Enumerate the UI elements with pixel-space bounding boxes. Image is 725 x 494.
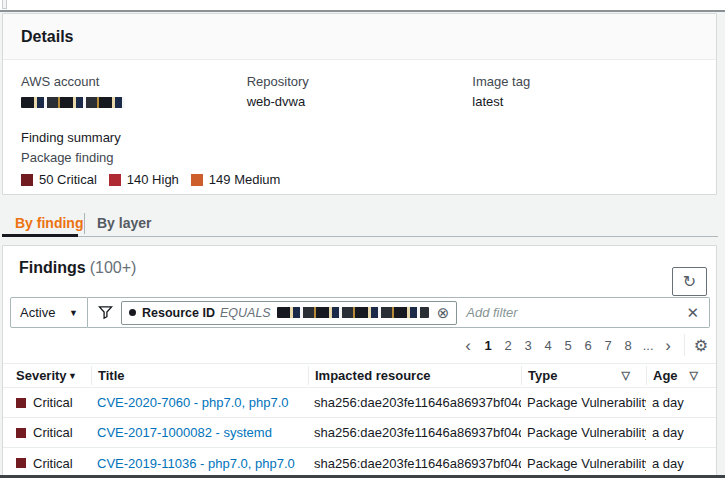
impacted-resource-cell: sha256:dae203fe11646a86937bf04db... bbox=[308, 425, 521, 440]
table-row: Critical CVE-2020-7060 - php7.0, php7.0 … bbox=[3, 388, 716, 418]
details-body: AWS account Repository web-dvwa Image ta… bbox=[3, 60, 716, 187]
type-cell: Package Vulnerability bbox=[521, 395, 646, 410]
table-row: Critical CVE-2019-11036 - php7.0, php7.0… bbox=[3, 448, 716, 478]
pager-divider bbox=[684, 334, 685, 356]
type-cell: Package Vulnerability bbox=[521, 456, 646, 471]
critical-count-label: 50 Critical bbox=[39, 172, 97, 187]
details-card-header: Details bbox=[3, 14, 716, 60]
findings-table: Severity ▼ Title Impacted resource Type … bbox=[3, 363, 716, 478]
page-button-4[interactable]: 4 bbox=[543, 338, 554, 353]
type-column-header[interactable]: Type ▽ bbox=[521, 366, 646, 385]
tab-divider bbox=[84, 213, 85, 234]
page-button-8[interactable]: 8 bbox=[623, 338, 634, 353]
findings-title-row: Findings(100+) bbox=[19, 259, 136, 277]
age-cell: a day bbox=[646, 456, 704, 471]
findings-title: Findings bbox=[19, 259, 86, 276]
severity-column-header[interactable]: Severity ▼ bbox=[3, 366, 91, 385]
severity-label: Critical bbox=[33, 425, 73, 440]
add-filter-placeholder: Add filter bbox=[466, 305, 517, 320]
repository-value: web-dvwa bbox=[247, 94, 473, 109]
page-button-3[interactable]: 3 bbox=[523, 338, 534, 353]
next-page-button[interactable]: › bbox=[663, 339, 674, 352]
gear-icon[interactable]: ⚙ bbox=[694, 336, 708, 355]
prev-page-button[interactable]: ‹ bbox=[463, 339, 474, 352]
aws-account-redacted-value bbox=[21, 97, 125, 108]
age-column-header[interactable]: Age ▽ bbox=[646, 366, 704, 385]
critical-severity-icon bbox=[16, 398, 26, 408]
cve-link[interactable]: CVE-2020-7060 - php7.0, php7.0 bbox=[97, 395, 289, 410]
window-edge-artifact bbox=[2, 0, 7, 9]
critical-severity-icon bbox=[16, 458, 26, 468]
page-button-6[interactable]: 6 bbox=[583, 338, 594, 353]
image-tag-label: Image tag bbox=[472, 74, 698, 89]
tab-by-finding[interactable]: By finding bbox=[15, 215, 83, 231]
sort-descending-icon[interactable]: ▼ bbox=[68, 371, 77, 381]
aws-account-label: AWS account bbox=[21, 74, 247, 89]
chevron-down-icon: ▼ bbox=[69, 308, 78, 318]
chip-operator: EQUALS bbox=[220, 306, 271, 320]
title-cell: CVE-2020-7060 - php7.0, php7.0 bbox=[91, 395, 308, 410]
title-cell: CVE-2017-1000082 - systemd bbox=[91, 425, 308, 440]
findings-view-tabs: By finding By layer bbox=[0, 210, 725, 240]
legend-item-critical: 50 Critical bbox=[21, 172, 97, 187]
field-repository: Repository web-dvwa bbox=[247, 74, 473, 112]
findings-card: Findings(100+) ↻ Active ▼ Resource ID EQ… bbox=[2, 245, 717, 477]
critical-severity-swatch bbox=[21, 174, 33, 186]
legend-item-high: 140 High bbox=[109, 172, 179, 187]
filter-funnel-icon bbox=[98, 305, 113, 320]
details-title: Details bbox=[21, 28, 73, 46]
pagination: ‹ 1 2 3 4 5 6 7 8 ... › ⚙ bbox=[454, 334, 708, 356]
page-button-1[interactable]: 1 bbox=[483, 338, 494, 353]
repository-label: Repository bbox=[247, 74, 473, 89]
impacted-resource-cell: sha256:dae203fe11646a86937bf04db... bbox=[308, 395, 521, 410]
severity-cell: Critical bbox=[3, 456, 91, 471]
type-header-label: Type bbox=[528, 368, 557, 383]
medium-count-label: 149 Medium bbox=[209, 172, 281, 187]
title-column-header[interactable]: Title bbox=[91, 366, 308, 385]
findings-count: (100+) bbox=[90, 259, 137, 276]
critical-severity-icon bbox=[16, 428, 26, 438]
age-filter-icon[interactable]: ▽ bbox=[690, 369, 698, 382]
tab-by-layer[interactable]: By layer bbox=[97, 215, 151, 231]
page-ellipsis: ... bbox=[643, 338, 654, 353]
cve-link[interactable]: CVE-2017-1000082 - systemd bbox=[97, 425, 272, 440]
type-filter-icon[interactable]: ▽ bbox=[622, 369, 630, 382]
age-cell: a day bbox=[646, 425, 704, 440]
age-header-label: Age bbox=[653, 368, 678, 383]
refresh-button[interactable]: ↻ bbox=[672, 267, 707, 296]
details-fields-row: AWS account Repository web-dvwa Image ta… bbox=[21, 74, 698, 112]
severity-header-label: Severity bbox=[16, 368, 67, 383]
impacted-resource-cell: sha256:dae203fe11646a86937bf04db... bbox=[308, 456, 521, 471]
package-finding-label: Package finding bbox=[21, 150, 698, 165]
finding-summary-label: Finding summary bbox=[21, 130, 698, 145]
resource-id-filter-chip[interactable]: Resource ID EQUALS ⊗ bbox=[121, 301, 457, 325]
refresh-icon: ↻ bbox=[683, 272, 696, 291]
table-row: Critical CVE-2017-1000082 - systemd sha2… bbox=[3, 418, 716, 448]
cve-link[interactable]: CVE-2019-11036 - php7.0, php7.0 bbox=[97, 456, 295, 471]
type-cell: Package Vulnerability bbox=[521, 425, 646, 440]
status-filter-dropdown[interactable]: Active ▼ bbox=[10, 297, 88, 328]
field-aws-account: AWS account bbox=[21, 74, 247, 112]
image-tag-value: latest bbox=[472, 94, 698, 109]
chip-remove-icon[interactable]: ⊗ bbox=[437, 305, 450, 320]
impacted-resource-column-header[interactable]: Impacted resource bbox=[308, 366, 521, 385]
filter-search-input[interactable]: Resource ID EQUALS ⊗ Add filter ✕ bbox=[88, 297, 710, 328]
filter-bar: Active ▼ Resource ID EQUALS ⊗ Add filter… bbox=[10, 297, 710, 328]
page-button-2[interactable]: 2 bbox=[503, 338, 514, 353]
field-image-tag: Image tag latest bbox=[472, 74, 698, 112]
severity-legend: 50 Critical 140 High 149 Medium bbox=[21, 172, 698, 187]
severity-cell: Critical bbox=[3, 425, 91, 440]
tabs-baseline bbox=[2, 236, 718, 237]
title-cell: CVE-2019-11036 - php7.0, php7.0 bbox=[91, 456, 308, 471]
page-button-7[interactable]: 7 bbox=[603, 338, 614, 353]
clear-filters-icon[interactable]: ✕ bbox=[686, 304, 699, 322]
active-tab-underline bbox=[2, 234, 78, 237]
details-card: Details AWS account Repository web-dvwa … bbox=[2, 13, 717, 195]
title-header-label: Title bbox=[98, 368, 125, 383]
bottom-crop-rule bbox=[0, 475, 725, 478]
table-header-row: Severity ▼ Title Impacted resource Type … bbox=[3, 363, 716, 388]
severity-label: Critical bbox=[33, 456, 73, 471]
page-button-5[interactable]: 5 bbox=[563, 338, 574, 353]
severity-cell: Critical bbox=[3, 395, 91, 410]
high-severity-swatch bbox=[109, 174, 121, 186]
